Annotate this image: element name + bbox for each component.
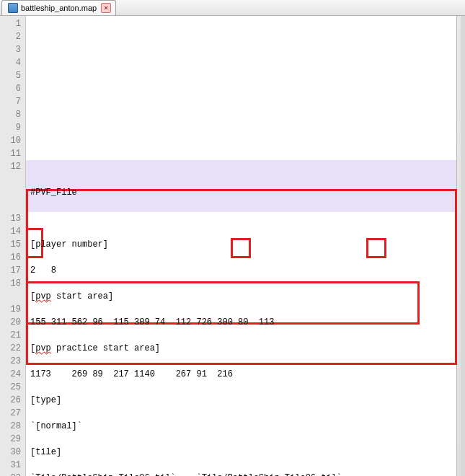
line-number: 25 <box>0 381 21 394</box>
line-number: 15 <box>0 238 21 251</box>
line-number: 27 <box>0 407 21 420</box>
line-number: 17 <box>0 264 21 277</box>
line-number: 13 <box>0 212 21 225</box>
line-number <box>0 290 21 303</box>
tab-bar: battleship_anton.map × <box>0 0 465 16</box>
line-number: 12 <box>0 160 21 173</box>
line-number <box>0 186 21 199</box>
code-line: `[normal]` <box>30 420 461 433</box>
file-icon <box>8 3 18 13</box>
line-number: 7 <box>0 95 21 108</box>
line-number: 5 <box>0 69 21 82</box>
code-line: 155 311 562 96 115 309 74 112 726 300 80… <box>30 316 461 329</box>
line-number: 11 <box>0 147 21 160</box>
line-number: 4 <box>0 56 21 69</box>
line-number: 30 <box>0 446 21 459</box>
line-number <box>0 173 21 186</box>
line-number: 31 <box>0 459 21 472</box>
code-line: `Tile/BattleShip_Tile06.til` `Tile/Battl… <box>30 472 461 476</box>
line-number: 29 <box>0 433 21 446</box>
line-number: 9 <box>0 121 21 134</box>
line-number: 10 <box>0 134 21 147</box>
code-line: 2 8 <box>30 264 461 277</box>
line-number: 6 <box>0 82 21 95</box>
line-number: 22 <box>0 342 21 355</box>
line-number: 23 <box>0 355 21 368</box>
line-number: 8 <box>0 108 21 121</box>
code-line: [tile] <box>30 446 461 459</box>
line-number: 14 <box>0 225 21 238</box>
line-number: 21 <box>0 329 21 342</box>
close-icon[interactable]: × <box>101 3 111 13</box>
line-number: 2 <box>0 30 21 43</box>
code-editor[interactable]: #PVF_File [player number] 2 8 [pvp start… <box>26 16 461 476</box>
line-number: 32 <box>0 472 21 476</box>
line-number: 19 <box>0 303 21 316</box>
line-number: 18 <box>0 277 21 290</box>
line-number: 3 <box>0 43 21 56</box>
code-line: [pvp start area] <box>30 290 461 303</box>
code-line: [player number] <box>30 238 461 251</box>
file-tab[interactable]: battleship_anton.map × <box>1 0 116 15</box>
editor-body: 123456789101112 131415161718 19202122232… <box>0 16 465 476</box>
line-number: 20 <box>0 316 21 329</box>
line-number: 1 <box>0 17 21 30</box>
line-number: 16 <box>0 251 21 264</box>
tab-filename: battleship_anton.map <box>21 4 97 12</box>
line-number-gutter: 123456789101112 131415161718 19202122232… <box>0 16 26 476</box>
line-number: 28 <box>0 420 21 433</box>
code-line: [pvp practice start area] <box>30 342 461 355</box>
code-line: 1173 269 89 217 1140 267 91 216 <box>30 368 461 381</box>
code-text: #PVF_File [player number] 2 8 [pvp start… <box>30 173 461 476</box>
line-number: 26 <box>0 394 21 407</box>
line-number: 24 <box>0 368 21 381</box>
code-line: #PVF_File <box>30 186 461 199</box>
code-line: [type] <box>30 394 461 407</box>
editor-window: battleship_anton.map × 123456789101112 1… <box>0 0 465 476</box>
line-number <box>0 199 21 212</box>
code-line <box>30 212 461 225</box>
